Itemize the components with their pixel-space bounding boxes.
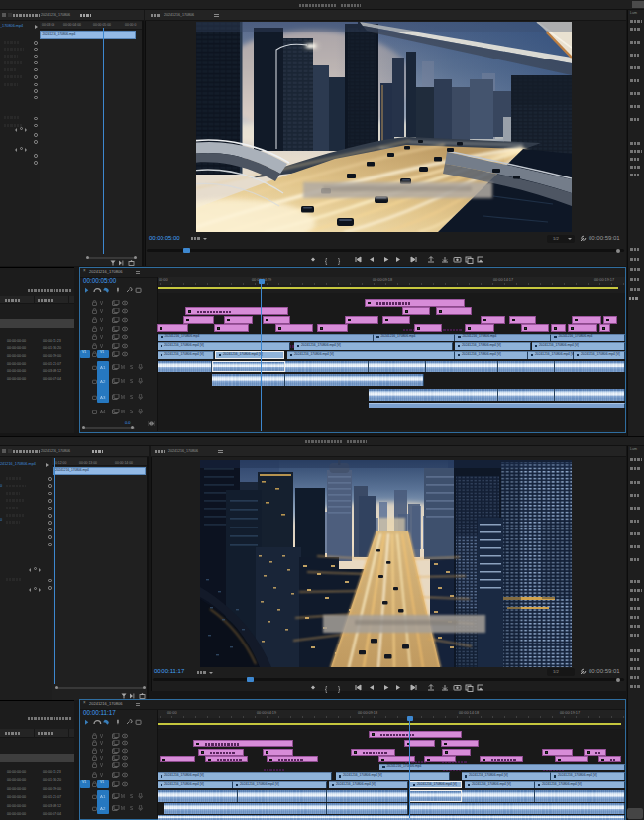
- svg-text:M: M: [121, 806, 125, 811]
- svg-text:A1: A1: [100, 794, 106, 799]
- svg-text:V: V: [100, 318, 104, 323]
- svg-text:V: V: [100, 327, 104, 332]
- svg-text:V: V: [100, 773, 104, 778]
- svg-text:A2: A2: [100, 379, 106, 384]
- svg-text:V: V: [100, 301, 104, 306]
- svg-text:V: V: [100, 749, 104, 754]
- svg-text:S: S: [130, 410, 133, 414]
- svg-text:S: S: [130, 395, 133, 400]
- svg-text:M: M: [121, 365, 125, 370]
- svg-text:A3: A3: [100, 395, 106, 400]
- svg-text:V: V: [100, 763, 104, 768]
- svg-text:V: V: [100, 309, 104, 314]
- svg-text:M: M: [121, 794, 125, 799]
- svg-text:V: V: [100, 335, 104, 340]
- svg-text:M: M: [121, 379, 125, 384]
- svg-text:S: S: [130, 379, 133, 384]
- svg-text:}: }: [338, 257, 341, 265]
- svg-text:A2: A2: [100, 806, 106, 811]
- svg-text:M: M: [121, 410, 125, 414]
- svg-text:A4: A4: [100, 410, 106, 414]
- svg-text:M: M: [121, 395, 125, 400]
- svg-text:}: }: [338, 685, 341, 693]
- svg-text:V: V: [100, 344, 104, 349]
- svg-text:V: V: [100, 734, 104, 739]
- svg-text:A1: A1: [100, 365, 106, 370]
- svg-text:{: {: [325, 257, 328, 265]
- svg-text:S: S: [130, 794, 133, 799]
- svg-text:V: V: [100, 756, 104, 761]
- svg-text:S: S: [130, 806, 133, 811]
- svg-text:S: S: [130, 365, 133, 370]
- svg-text:{: {: [325, 685, 328, 693]
- svg-text:V: V: [100, 741, 104, 746]
